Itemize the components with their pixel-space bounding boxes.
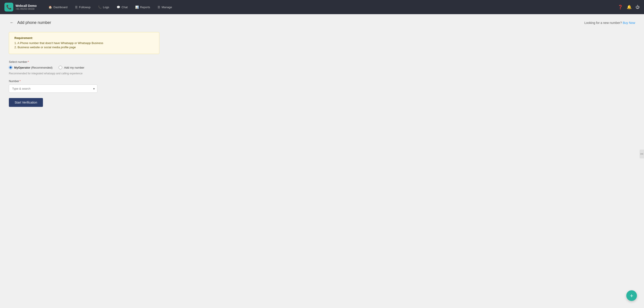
nav-item-manage[interactable]: ☰ Manage [154, 4, 175, 10]
brand-phone: +91 89293 06558 [16, 8, 36, 10]
nav-label-chat: Chat [122, 6, 128, 9]
brand-icon: 📞 [4, 3, 13, 12]
requirement-item-1: 1. A Phone number that does't have Whats… [14, 42, 154, 45]
notifications-button[interactable]: 🔔 [627, 5, 632, 10]
number-field-label: Number* [9, 80, 159, 83]
radio-addmynumber-label: Add my number [64, 66, 84, 69]
page-title: Add phone number [17, 20, 51, 25]
form-section: Select number* MyOperator (Recommended) … [9, 60, 159, 107]
logs-icon: 📞 [98, 6, 102, 9]
followup-icon: ☰ [75, 6, 78, 9]
radio-myoperator[interactable]: MyOperator (Recommended) [9, 66, 52, 69]
navbar-actions: ❓ 🔔 ⏻ [618, 5, 640, 10]
power-button[interactable]: ⏻ [636, 5, 640, 10]
radio-myoperator-label: MyOperator (Recommended) [14, 66, 52, 69]
brand-text: Webcall Demo +91 89293 06558 [16, 4, 36, 10]
brand: 📞 Webcall Demo +91 89293 06558 [4, 3, 36, 12]
buy-now-link[interactable]: Buy Now [623, 21, 635, 24]
requirement-title: Requirement: [14, 36, 154, 40]
nav-label-logs: Logs [103, 6, 109, 9]
navbar: 📞 Webcall Demo +91 89293 06558 🏠 Dashboa… [0, 0, 644, 14]
requirement-box: Requirement: 1. A Phone number that does… [9, 32, 159, 54]
page-header-left: ← Add phone number [9, 20, 51, 26]
requirement-item-2: 2. Business website or social media prof… [14, 46, 154, 49]
nav-item-chat[interactable]: 💬 Chat [114, 4, 130, 10]
number-search-input[interactable] [9, 84, 97, 93]
collapse-panel-button[interactable]: >< [640, 150, 644, 158]
page-content: ← Add phone number Looking for a new num… [0, 14, 644, 112]
dashboard-icon: 🏠 [48, 6, 52, 9]
help-button[interactable]: ❓ [618, 5, 623, 10]
back-button[interactable]: ← [9, 20, 14, 26]
nav-label-followup: Followup [79, 6, 90, 9]
looking-text: Looking for a new number? [584, 21, 622, 24]
radio-addmynumber[interactable]: Add my number [59, 66, 84, 69]
nav-item-logs[interactable]: 📞 Logs [95, 4, 112, 10]
radio-myoperator-input[interactable] [9, 66, 12, 69]
start-verification-button[interactable]: Start Verification [9, 98, 43, 107]
page-header: ← Add phone number Looking for a new num… [9, 20, 635, 26]
navbar-nav: 🏠 Dashboard ☰ Followup 📞 Logs 💬 Chat 📊 R… [45, 4, 618, 10]
fab-button[interactable]: + [626, 290, 637, 301]
nav-label-reports: Reports [140, 6, 150, 9]
select-number-label: Select number* [9, 60, 159, 64]
nav-item-reports[interactable]: 📊 Reports [132, 4, 153, 10]
nav-label-manage: Manage [162, 6, 172, 9]
radio-group: MyOperator (Recommended) Add my number [9, 66, 159, 69]
brand-icon-emoji: 📞 [6, 4, 12, 10]
reports-icon: 📊 [135, 6, 139, 9]
nav-label-dashboard: Dashboard [53, 6, 68, 9]
number-select-wrapper: ▾ [9, 84, 97, 93]
radio-hint: Recommended for integrated whatsapp and … [9, 72, 159, 75]
collapse-icon: >< [640, 152, 643, 156]
brand-name: Webcall Demo [16, 4, 36, 8]
manage-icon: ☰ [158, 6, 160, 9]
nav-item-followup[interactable]: ☰ Followup [72, 4, 94, 10]
page-header-right: Looking for a new number? Buy Now [584, 21, 635, 24]
radio-addmynumber-input[interactable] [59, 66, 62, 69]
nav-item-dashboard[interactable]: 🏠 Dashboard [45, 4, 70, 10]
chat-icon: 💬 [117, 6, 120, 9]
requirement-list: 1. A Phone number that does't have Whats… [14, 42, 154, 49]
